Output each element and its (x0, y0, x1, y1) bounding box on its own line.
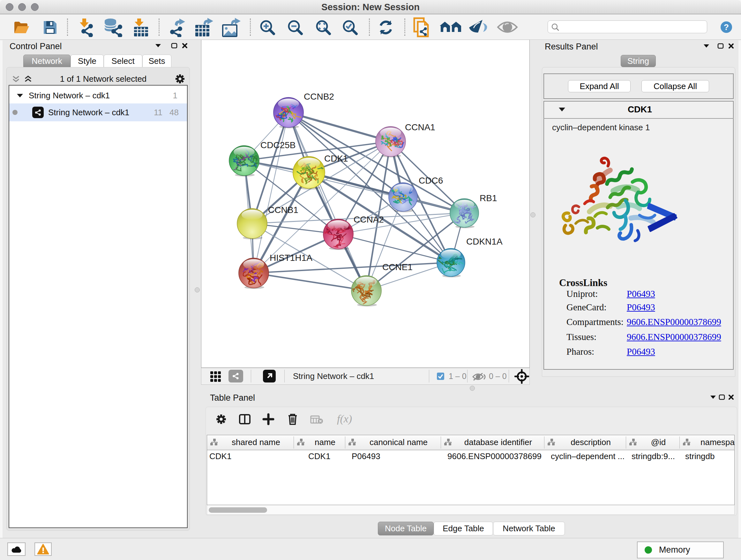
svg-text:CCNA1: CCNA1 (405, 122, 435, 132)
svg-text:CCNB2: CCNB2 (304, 91, 334, 102)
svg-text:CDC25B: CDC25B (260, 140, 295, 150)
svg-text:HIST1H1A: HIST1H1A (270, 253, 313, 263)
svg-text:RB1: RB1 (480, 193, 497, 203)
svg-text:CCNA2: CCNA2 (354, 214, 384, 225)
svg-text:CCNB1: CCNB1 (268, 205, 298, 215)
svg-text:CDK1: CDK1 (324, 153, 348, 164)
svg-text:?: ? (724, 22, 729, 32)
svg-text:CCNE1: CCNE1 (382, 262, 413, 272)
svg-text:CDKN1A: CDKN1A (466, 237, 502, 246)
svg-text:CDC6: CDC6 (419, 176, 443, 186)
